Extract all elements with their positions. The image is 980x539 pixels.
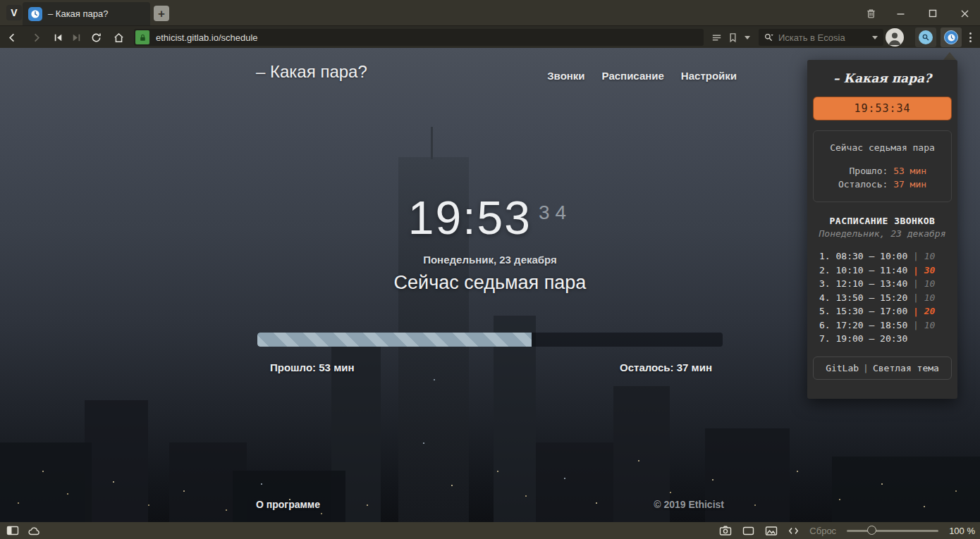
- profile-avatar[interactable]: [886, 28, 904, 47]
- progress-bar-fill: [257, 333, 532, 347]
- gitlab-link[interactable]: GitLab: [826, 363, 859, 373]
- elapsed-label: Прошло: 53 мин: [270, 361, 355, 373]
- reader-view-icon[interactable]: [711, 32, 723, 44]
- page-tiling-icon[interactable]: [742, 526, 754, 536]
- extension-ecosia-button[interactable]: [915, 27, 936, 47]
- city-lights-decor: [0, 48, 1, 49]
- nav-item[interactable]: Расписание: [602, 70, 664, 82]
- background-image: [0, 442, 92, 522]
- zoom-slider-track[interactable]: [847, 530, 938, 532]
- clock-favicon-icon: [28, 7, 42, 21]
- search-engine-icon[interactable]: [764, 32, 774, 43]
- vivaldi-menu-button[interactable]: V: [6, 5, 22, 20]
- cloud-sync-icon[interactable]: [27, 526, 40, 536]
- page-actions-icon[interactable]: [788, 526, 799, 535]
- progress-bar: [257, 333, 723, 347]
- nav-item[interactable]: Настройки: [681, 70, 737, 82]
- status-bar: Сброс 100 %: [0, 522, 980, 539]
- magnifier-extension-icon: [919, 30, 933, 44]
- toggle-images-icon[interactable]: [765, 526, 778, 536]
- bell-schedule-heading: РАСПИСАНИЕ ЗВОНКОВ: [807, 216, 957, 226]
- background-image: [536, 442, 613, 522]
- secure-lock-icon[interactable]: [135, 30, 149, 44]
- zoom-reset-button[interactable]: Сброс: [809, 526, 836, 536]
- popup-arrow: [943, 52, 956, 60]
- forward-button[interactable]: [30, 32, 42, 44]
- browser-tab[interactable]: – Какая пара?: [23, 2, 150, 25]
- schedule-row: 6. 17:20 – 18:50 | 10: [819, 318, 957, 333]
- bell-schedule-list: 1. 08:30 – 10:00 | 102. 10:10 – 11:40 | …: [807, 249, 957, 346]
- schedule-row: 5. 15:30 – 17:00 | 20: [819, 304, 957, 318]
- popup-title: – Какая пара?: [807, 71, 957, 85]
- remaining-label: Осталось: 37 мин: [620, 361, 712, 373]
- search-input[interactable]: [778, 32, 868, 43]
- tab-title: – Какая пара?: [48, 8, 108, 19]
- extension-popup: – Какая пара? 19:53:34 Сейчас седьмая па…: [807, 60, 957, 399]
- rewind-button[interactable]: [52, 32, 64, 44]
- background-image: [85, 400, 148, 522]
- window-minimize-button[interactable]: [893, 6, 908, 21]
- popup-footer-links: GitLab|Светлая тема: [813, 357, 952, 380]
- chevron-down-icon[interactable]: [745, 36, 750, 39]
- window-close-button[interactable]: [957, 6, 972, 21]
- url-text: ethicist.gitlab.io/schedule: [156, 32, 258, 43]
- zoom-slider-handle[interactable]: [867, 526, 876, 535]
- background-image: [233, 471, 345, 522]
- schedule-row: 7. 19:00 – 20:30: [819, 332, 957, 346]
- schedule-row: 3. 12:10 – 13:40 | 10: [819, 277, 957, 291]
- clock-time: 19:53: [408, 194, 532, 241]
- schedule-row: 2. 10:10 – 11:40 | 30: [819, 264, 957, 278]
- schedule-row: 4. 13:50 – 15:20 | 10: [819, 291, 957, 305]
- about-link[interactable]: О программе: [256, 499, 320, 510]
- popup-current-pair-panel: Сейчас седьмая пара Прошло: 53 мин Остал…: [813, 130, 952, 202]
- popup-time-display: 19:53:34: [813, 97, 952, 120]
- bookmark-icon[interactable]: [727, 32, 739, 44]
- address-bar[interactable]: ethicist.gitlab.io/schedule: [134, 29, 704, 46]
- clock-seconds: 34: [539, 202, 572, 224]
- tab-bar: V – Какая пара? +: [0, 0, 980, 25]
- address-toolbar: ethicist.gitlab.io/schedule: [0, 25, 980, 48]
- popup-elapsed: Прошло: 53 мин: [816, 164, 948, 178]
- zoom-level-value: 100 %: [949, 526, 975, 536]
- background-image: [832, 457, 980, 522]
- links-separator: |: [859, 363, 873, 373]
- home-button[interactable]: [113, 32, 125, 44]
- window-maximize-button[interactable]: [925, 6, 941, 21]
- extension-clock-button[interactable]: [941, 27, 962, 47]
- trash-icon[interactable]: [863, 6, 878, 20]
- popup-remaining: Осталось: 37 мин: [816, 178, 948, 191]
- fast-forward-button[interactable]: [71, 32, 82, 44]
- background-image: [431, 127, 433, 159]
- nav-item[interactable]: Звонки: [547, 70, 584, 82]
- schedule-row: 1. 08:30 – 10:00 | 10: [819, 249, 957, 264]
- back-button[interactable]: [6, 32, 18, 44]
- clock-extension-icon: [944, 30, 958, 44]
- search-dropdown-icon[interactable]: [872, 36, 878, 39]
- page-title: – Какая пара?: [256, 62, 367, 82]
- copyright-text: © 2019 Ethicist: [654, 499, 724, 510]
- bell-schedule-date: Понедельник, 23 декабря: [807, 228, 957, 239]
- new-tab-button[interactable]: +: [154, 6, 169, 21]
- menu-dots-icon[interactable]: [966, 31, 974, 44]
- search-field[interactable]: [759, 29, 883, 46]
- reload-button[interactable]: [90, 32, 102, 44]
- theme-toggle-link[interactable]: Светлая тема: [873, 363, 939, 373]
- panel-toggle-icon[interactable]: [6, 525, 19, 536]
- zoom-slider[interactable]: [847, 525, 938, 536]
- screenshot-camera-icon[interactable]: [719, 525, 732, 536]
- popup-status: Сейчас седьмая пара: [816, 141, 948, 154]
- main-nav: ЗвонкиРасписаниеНастройки: [547, 70, 737, 82]
